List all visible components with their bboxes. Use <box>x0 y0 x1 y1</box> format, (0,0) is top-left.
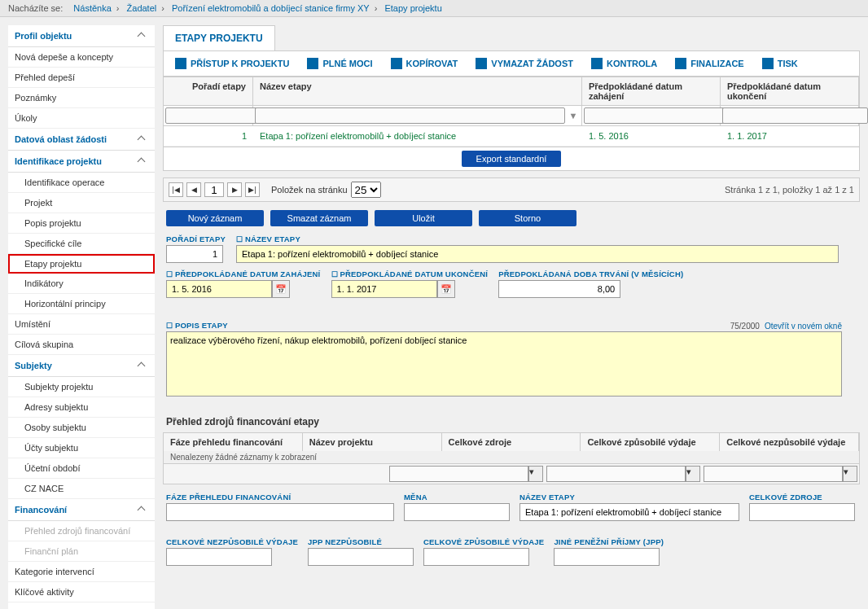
nazev-etapy-input[interactable] <box>519 503 739 521</box>
dropdown-icon[interactable]: ▾ <box>686 466 700 482</box>
sidebar-item-horizontalni-principy[interactable]: Horizontální principy <box>8 294 155 314</box>
label-faze: FÁZE PŘEHLEDU FINANCOVÁNÍ <box>166 493 394 502</box>
fin-section-title: Přehled zdrojů financování etapy <box>166 416 857 427</box>
cell-poradi: 1 <box>164 129 253 142</box>
pager-per-select[interactable]: 25 <box>351 182 381 198</box>
filter-ukonceni[interactable] <box>722 107 868 124</box>
sidebar-item-klicove-aktivity[interactable]: Klíčové aktivity <box>8 582 155 602</box>
pager-next[interactable]: ▶ <box>227 182 242 197</box>
sidebar-section-identifikace[interactable]: Identifikace projektu <box>8 151 155 173</box>
trvani-input[interactable] <box>498 280 620 298</box>
funnel-icon[interactable]: ▼ <box>567 107 580 124</box>
sidebar-item-ucty-subjektu[interactable]: Účty subjektu <box>8 438 155 458</box>
toolbar-tisk[interactable]: TISK <box>754 55 806 72</box>
fin-col-celkove-zdroje[interactable]: Celkové zdroje <box>442 433 581 451</box>
toolbar: PŘÍSTUP K PROJEKTU PLNÉ MOCI KOPÍROVAT V… <box>163 50 860 77</box>
label-popis: POPIS ETAPY <box>166 321 228 330</box>
celkove-zp-input[interactable] <box>423 548 529 566</box>
sidebar-item-cilova-skupina[interactable]: Cílová skupina <box>8 335 155 355</box>
dropdown-icon[interactable]: ▾ <box>843 466 857 482</box>
access-icon <box>175 58 186 69</box>
sidebar-item-cz-nace[interactable]: CZ NACE <box>8 479 155 499</box>
sidebar-item-nova-depese[interactable]: Nová depeše a koncepty <box>8 47 155 68</box>
sum-zdroje[interactable] <box>389 466 528 482</box>
col-zahajeni[interactable]: Předpokládané datum zahájení <box>582 77 721 105</box>
sidebar-item-ucetni-obdobi[interactable]: Účetní období <box>8 458 155 479</box>
breadcrumb-item[interactable]: Pořízení elektromobilů a dobíjecí stanic… <box>172 3 370 13</box>
sidebar-section-financovani[interactable]: Financování <box>8 499 155 521</box>
fin-col-faze[interactable]: Fáze přehledu financování <box>164 433 303 451</box>
sidebar-item-prehled-depesi[interactable]: Přehled depeší <box>8 68 155 88</box>
calendar-icon[interactable]: 📅 <box>437 280 455 298</box>
filter-nazev[interactable] <box>255 107 565 124</box>
fin-col-nazev[interactable]: Název projektu <box>303 433 442 451</box>
col-nazev[interactable]: Název etapy <box>253 77 582 105</box>
sidebar-item-kategorie-intervenci[interactable]: Kategorie intervencí <box>8 562 155 582</box>
fin-col-zpusobile[interactable]: Celkové způsobilé výdaje <box>581 433 720 451</box>
chevron-up-icon <box>138 361 148 370</box>
jpp-nezp-input[interactable] <box>308 548 414 566</box>
ukonceni-input[interactable] <box>331 280 437 298</box>
toolbar-plne-moci[interactable]: PLNÉ MOCI <box>299 55 380 72</box>
sidebar-item-adresy-subjektu[interactable]: Adresy subjektu <box>8 397 155 418</box>
novy-zaznam-button[interactable]: Nový záznam <box>166 210 264 226</box>
cell-zahajeni: 1. 5. 2016 <box>582 129 721 142</box>
faze-input[interactable] <box>166 503 394 521</box>
financovani-grid: Fáze přehledu financování Název projektu… <box>163 432 860 484</box>
sum-zpusobile[interactable] <box>546 466 686 482</box>
sidebar-item-identifikace-operace[interactable]: Identifikace operace <box>8 173 155 193</box>
sidebar-item-specificke-cile[interactable]: Specifické cíle <box>8 234 155 254</box>
fin-col-nezpusobile[interactable]: Celkové nezpůsobilé výdaje <box>720 433 859 451</box>
sidebar-item-projekt[interactable]: Projekt <box>8 193 155 213</box>
filter-zahajeni[interactable] <box>584 107 730 124</box>
toolbar-kontrola[interactable]: KONTROLA <box>583 55 665 72</box>
label-mena: MĚNA <box>404 493 510 502</box>
ulozit-button[interactable]: Uložit <box>375 210 472 226</box>
sidebar-section-profil[interactable]: Profil objektu <box>8 25 155 47</box>
sidebar-section-subjekty[interactable]: Subjekty <box>8 355 155 377</box>
sidebar-item-popis-projektu[interactable]: Popis projektu <box>8 213 155 234</box>
calendar-icon[interactable]: 📅 <box>272 280 290 298</box>
sidebar-section-datova[interactable]: Datová oblast žádosti <box>8 129 155 151</box>
popis-textarea[interactable] <box>166 331 842 397</box>
toolbar-kopirovat[interactable]: KOPÍROVAT <box>383 55 467 72</box>
sidebar-item-osoby-subjektu[interactable]: Osoby subjektu <box>8 418 155 438</box>
sidebar: Profil objektu Nová depeše a koncepty Př… <box>8 25 155 609</box>
tab-etapy-projektu[interactable]: ETAPY PROJEKTU <box>163 25 275 50</box>
dropdown-icon[interactable]: ▾ <box>528 466 543 482</box>
pager-prev[interactable]: ◀ <box>186 182 201 197</box>
export-button[interactable]: Export standardní <box>462 151 562 167</box>
sidebar-item-umisteni[interactable]: Umístění <box>8 314 155 335</box>
sidebar-item-indikatory[interactable]: Indikátory <box>8 274 155 294</box>
toolbar-pristup[interactable]: PŘÍSTUP K PROJEKTU <box>167 55 297 72</box>
zahajeni-input[interactable] <box>166 280 272 298</box>
table-row[interactable]: 1 Etapa 1: pořízení elektromobilů + dobí… <box>164 126 859 147</box>
pager-last[interactable]: ▶| <box>245 182 260 197</box>
nazev-input[interactable] <box>236 245 839 263</box>
breadcrumb-item[interactable]: Etapy projektu <box>384 3 441 13</box>
delete-icon <box>476 58 487 69</box>
col-poradi[interactable]: Pořadí etapy <box>164 77 253 105</box>
storno-button[interactable]: Storno <box>479 210 576 226</box>
breadcrumb-item[interactable]: Žadatel <box>127 3 157 13</box>
poradi-input[interactable] <box>166 245 223 263</box>
breadcrumb-item[interactable]: Nástěnka <box>73 3 111 13</box>
sidebar-item-poznamky[interactable]: Poznámky <box>8 88 155 108</box>
sidebar-section-verejne-zakazky[interactable]: Veřejné zakázky <box>8 602 155 609</box>
sidebar-item-etapy-projektu[interactable]: Etapy projektu <box>8 254 155 274</box>
label-zahajeni: PŘEDPOKLÁDANÉ DATUM ZAHÁJENÍ <box>166 269 320 278</box>
pager-first[interactable]: |◀ <box>169 182 183 197</box>
sum-nezpusobile[interactable] <box>704 466 843 482</box>
sidebar-item-subjekty-projektu[interactable]: Subjekty projektu <box>8 377 155 397</box>
col-ukonceni[interactable]: Předpokládané datum ukončení <box>721 77 859 105</box>
toolbar-vymazat[interactable]: VYMAZAT ŽÁDOST <box>467 55 581 72</box>
pager-page-input[interactable] <box>204 182 224 197</box>
toolbar-finalizace[interactable]: FINALIZACE <box>667 55 752 72</box>
celkove-nezp-input[interactable] <box>166 548 272 566</box>
celkove-zdroje-input[interactable] <box>749 503 855 521</box>
open-new-window-link[interactable]: Otevřít v novém okně <box>765 322 842 331</box>
jine-input[interactable] <box>554 548 660 566</box>
smazat-zaznam-button[interactable]: Smazat záznam <box>270 210 368 226</box>
mena-input[interactable] <box>404 503 510 521</box>
sidebar-item-ukoly[interactable]: Úkoly <box>8 108 155 129</box>
